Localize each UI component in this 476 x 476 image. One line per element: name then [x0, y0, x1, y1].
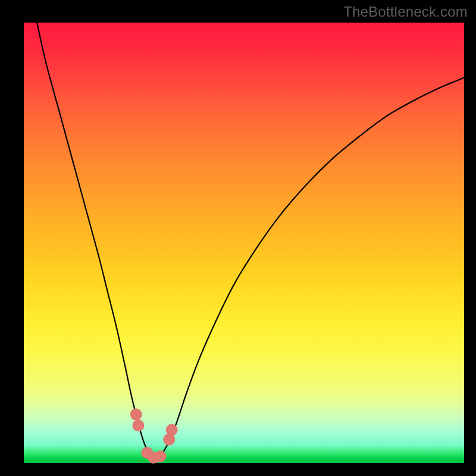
curve-marker: [154, 450, 166, 462]
bottleneck-curve: [37, 23, 464, 459]
curve-marker: [166, 424, 178, 436]
curve-markers: [130, 409, 178, 464]
curve-marker: [132, 419, 144, 431]
plot-area: [24, 23, 464, 463]
curve-marker: [130, 409, 142, 421]
watermark-text: TheBottleneck.com: [343, 4, 468, 20]
curve-svg: [24, 23, 464, 463]
chart-frame: TheBottleneck.com: [0, 0, 476, 476]
